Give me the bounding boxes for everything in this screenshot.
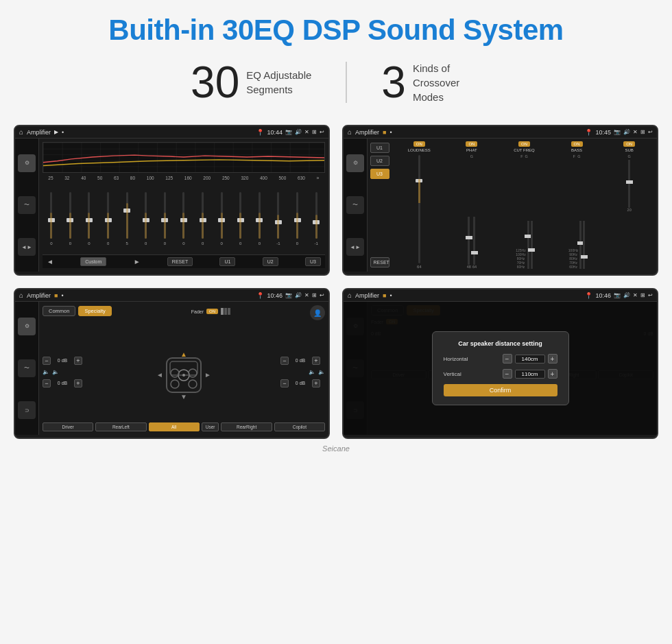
sp-val-rr: 0 dB [291,381,310,385]
cutfreq-track1[interactable] [527,221,529,269]
eq-slider-1[interactable]: 0 [62,191,80,246]
eq-settings-btn[interactable]: ⚙ [18,154,36,172]
xo-volume-btn[interactable]: ◄► [346,238,364,256]
vertical-ctrl: − 110cm + [503,369,557,379]
sp-driver-btn[interactable]: Driver [43,422,93,431]
eq-slider-12[interactable]: -1 [269,191,287,246]
vertical-minus[interactable]: − [503,369,512,379]
sub-on[interactable]: ON [623,141,635,147]
screen2-title: Amplifier [355,129,379,136]
loudness-on[interactable]: ON [413,141,425,147]
topbar3-right: 📍 10:46 📷 🔊 ✕ ⊞ ↩ [256,292,324,299]
eq-slider-6[interactable]: 0 [156,191,174,246]
bass-on[interactable]: ON [571,141,583,147]
xo-reset-btn[interactable]: RESET [370,257,389,267]
eq-slider-13[interactable]: 0 [289,191,307,246]
eq-slider-11[interactable]: 0 [251,191,269,246]
sp-minus-rr[interactable]: − [280,379,289,387]
cutfreq-freq-labels: 125Hz100Hz80Hz70Hz60Hz [516,248,525,269]
xo-wave-btn[interactable]: 〜 [346,196,364,214]
xo-u3-btn[interactable]: U3 [370,169,389,179]
eq-volume-btn[interactable]: ◄► [18,238,36,256]
sp-minus-fr[interactable]: − [280,357,289,365]
fader-label: Fader [191,309,204,314]
next-arrow[interactable]: ► [134,258,141,265]
distance-content: ⚙ 〜 ⊃ Common Specialty Fader ON 0 dB [344,302,657,435]
screen3-topbar: ⌂ Amplifier ■ • 📍 10:46 📷 🔊 ✕ ⊞ ↩ [15,289,328,302]
bass-track1[interactable] [579,221,581,269]
speaker-content: ⚙ 〜 ⊃ Common Specialty Fader ON [15,302,328,435]
sp-copilot-btn[interactable]: Copilot [274,422,325,431]
vertical-plus[interactable]: + [548,369,557,379]
eq-slider-9[interactable]: 0 [213,191,230,246]
eq-slider-3[interactable]: 0 [99,191,117,246]
grid-icon4: ⊞ [640,292,645,298]
horizontal-label: Horizontal [444,356,468,362]
bass-track2[interactable] [583,221,585,269]
eq-slider-0[interactable]: 0 [43,191,60,246]
user-avatar[interactable]: 👤 [310,305,325,320]
bullet3: • [62,292,64,299]
sp-all-btn[interactable]: All [149,422,200,431]
confirm-button[interactable]: Confirm [444,384,557,396]
xo-u2-btn[interactable]: U2 [370,156,389,166]
sp-plus-rl[interactable]: + [74,379,82,387]
eq-custom-btn[interactable]: Custom [80,257,106,266]
eq-slider-4[interactable]: 5 [118,191,136,246]
phat-on[interactable]: ON [466,141,477,147]
sp-bt-btn[interactable]: ⊃ [18,401,36,419]
eq-slider-10[interactable]: 0 [232,191,250,246]
screen4-title: Amplifier [355,292,379,299]
volume-icon3: 🔊 [295,292,302,298]
cutfreq-track2[interactable] [531,221,533,269]
eq-slider-8[interactable]: 0 [194,191,212,246]
eq-u1-btn[interactable]: U1 [219,257,235,266]
eq-slider-2[interactable]: 0 [80,191,98,246]
sp-minus-rl[interactable]: − [43,379,51,387]
loudness-slider[interactable] [418,155,420,263]
location-icon: 📍 [256,129,264,136]
sp-rearright-btn[interactable]: RearRight [221,422,272,431]
xo-u1-btn[interactable]: U1 [370,143,389,153]
crossover-label: Kinds ofCrossover Modes [413,61,481,104]
eq-label: EQ AdjustableSegments [246,68,311,97]
eq-u3-btn[interactable]: U3 [305,257,321,266]
eq-reset-btn[interactable]: RESET [167,257,193,266]
eq-slider-7[interactable]: 0 [175,191,193,246]
sp-tabs: Common Specialty [43,306,112,316]
stat-eq: 30 EQ AdjustableSegments [156,60,346,104]
rec-dot3: ■ [54,292,58,299]
phat-track1[interactable] [468,217,470,265]
eq-slider-5[interactable]: 0 [137,191,155,246]
sp-plus-rr[interactable]: + [312,379,320,387]
sp-minus-fl[interactable]: − [43,357,51,365]
track-4 [126,192,128,239]
eq-slider-14[interactable]: -1 [307,191,325,246]
sp-wave-btn[interactable]: 〜 [18,359,36,377]
sp-user-btn[interactable]: User [202,422,219,431]
phat-track2[interactable] [473,217,475,265]
bass-thumb2 [581,255,588,259]
sp-settings-btn[interactable]: ⚙ [18,318,36,335]
sp-rearleft-btn[interactable]: RearLeft [95,422,146,431]
eq-u2-btn[interactable]: U2 [263,257,278,266]
phat-thumb1 [466,236,472,239]
horizontal-plus[interactable]: + [548,354,557,363]
horizontal-minus[interactable]: − [503,354,512,363]
sub-track[interactable] [628,160,630,208]
prev-arrow[interactable]: ◄ [47,258,53,265]
fader-on[interactable]: ON [206,309,218,314]
cutfreq-on[interactable]: ON [518,141,530,147]
xo-settings-btn[interactable]: ⚙ [346,154,364,172]
sp-specialty-tab[interactable]: Specialty [78,306,111,316]
home-icon2: ⌂ [348,128,352,136]
screen4-topbar: ⌂ Amplifier ■ • 📍 10:46 📷 🔊 ✕ ⊞ ↩ [344,289,657,302]
sp-plus-fr[interactable]: + [312,357,320,365]
home-icon: ⌂ [19,128,23,136]
sp-plus-fl[interactable]: + [74,357,82,365]
eq-wave-btn[interactable]: 〜 [18,196,36,214]
phat-thumb2 [471,251,478,254]
sp-common-tab[interactable]: Common [43,306,75,316]
track-1 [69,192,71,239]
track-7 [182,192,184,239]
